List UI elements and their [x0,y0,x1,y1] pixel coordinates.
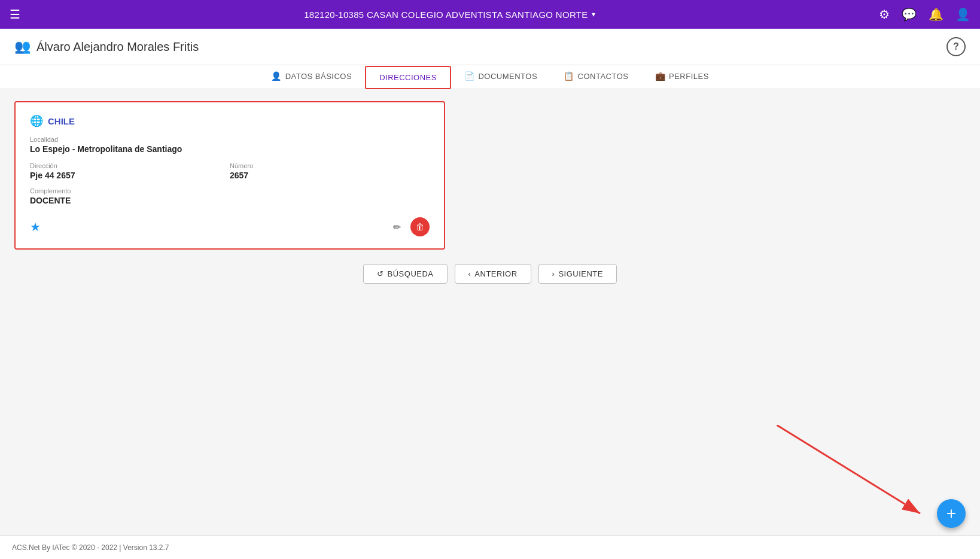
address-fields: Dirección Pje 44 2657 Número 2657 [30,162,430,187]
hamburger-menu[interactable]: ☰ [10,7,20,22]
person-icon: 👤 [271,71,282,81]
help-button[interactable]: ? [946,37,966,56]
chevron-down-icon[interactable]: ▾ [592,10,595,19]
footer-text: ACS.Net By IATec © 2020 - 2022 | Version… [12,543,169,552]
complemento-label: Complemento [30,187,430,195]
numero-label: Número [230,162,430,169]
delete-button[interactable]: 🗑 [410,217,430,236]
document-icon: 📄 [464,71,475,81]
star-icon[interactable]: ★ [30,220,41,234]
footer: ACS.Net By IATec © 2020 - 2022 | Version… [0,535,980,559]
tab-documentos[interactable]: 📄 DOCUMENTOS [451,65,550,89]
country-row: 🌐 CHILE [30,114,430,127]
topbar-icons: ⚙ 💬 🔔 👤 [879,7,970,22]
direccion-label: Dirección [30,162,230,169]
user-group-icon: 👥 [14,39,31,54]
busqueda-button[interactable]: ↺ BÚSQUEDA [363,264,447,284]
user-header: 👥 Álvaro Alejandro Morales Fritis ? [0,29,980,65]
direccion-group: Dirección Pje 44 2657 [30,162,230,180]
anterior-label: ANTERIOR [474,269,517,278]
localidad-label: Localidad [30,136,430,143]
tab-perfiles[interactable]: 💼 PERFILES [642,65,722,89]
tab-datos-basicos[interactable]: 👤 DATOS BÁSICOS [258,65,365,89]
tab-perfiles-label: PERFILES [669,72,709,81]
numero-value: 2657 [230,171,430,180]
card-bottom: ★ ✏ 🗑 [30,212,430,236]
tab-direcciones[interactable]: DIRECCIONES [365,66,451,89]
page-body: 🌐 CHILE Localidad Lo Espejo - Metropolit… [0,89,980,551]
direccion-value: Pje 44 2657 [30,171,230,180]
settings-icon[interactable]: ⚙ [879,7,890,22]
refresh-icon: ↺ [377,269,384,278]
localidad-value: Lo Espejo - Metropolitana de Santiago [30,144,430,154]
user-name: Álvaro Alejandro Morales Fritis [36,40,199,54]
perfiles-icon: 💼 [655,71,666,81]
edit-button[interactable]: ✏ [388,218,406,236]
localidad-row: Localidad Lo Espejo - Metropolitana de S… [30,136,430,154]
tab-documentos-label: DOCUMENTOS [478,72,537,81]
chat-icon[interactable]: 💬 [902,7,917,22]
anterior-button[interactable]: ‹ ANTERIOR [455,264,531,284]
bottom-buttons: ↺ BÚSQUEDA ‹ ANTERIOR › SIGUIENTE [14,264,966,284]
country-name: CHILE [48,116,75,126]
globe-icon: 🌐 [30,114,43,127]
tab-contactos-label: CONTACTOS [578,72,629,81]
complemento-value: DOCENTE [30,196,430,205]
chevron-left-icon: ‹ [468,269,471,278]
chevron-right-icon: › [552,269,555,278]
tabs-bar: 👤 DATOS BÁSICOS DIRECCIONES 📄 DOCUMENTOS… [0,65,980,89]
card-actions: ✏ 🗑 [388,217,430,236]
topbar: ☰ 182120-10385 CASAN COLEGIO ADVENTISTA … [0,0,980,29]
contacts-icon: 📋 [564,71,574,81]
siguiente-label: SIGUIENTE [558,269,603,278]
tab-datos-basicos-label: DATOS BÁSICOS [285,72,352,81]
tab-direcciones-label: DIRECCIONES [379,73,437,82]
siguiente-button[interactable]: › SIGUIENTE [538,264,617,284]
complemento-group: Complemento DOCENTE [30,187,430,205]
bell-icon[interactable]: 🔔 [929,7,944,22]
address-card: 🌐 CHILE Localidad Lo Espejo - Metropolit… [14,101,445,250]
tab-contactos[interactable]: 📋 CONTACTOS [550,65,641,89]
topbar-title: 182120-10385 CASAN COLEGIO ADVENTISTA SA… [304,10,595,20]
topbar-title-text: 182120-10385 CASAN COLEGIO ADVENTISTA SA… [304,10,588,20]
user-account-icon[interactable]: 👤 [955,7,970,22]
fab-add-button[interactable]: + [937,499,966,528]
numero-group: Número 2657 [230,162,430,180]
busqueda-label: BÚSQUEDA [388,269,434,278]
